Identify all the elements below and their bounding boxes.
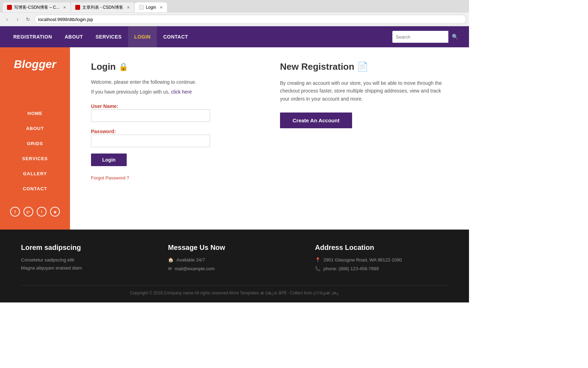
phone-icon: 📞 (315, 266, 321, 271)
footer-col2: Message Us Now 🏠 Available 24/7 ✉ mail@e… (168, 244, 301, 275)
footer-col2-item2: ✉ mail@example.com (168, 266, 301, 271)
registration-title: New Registration 📄 (280, 61, 448, 72)
footer-col3-item1: 📍 2901 Glassgow Road, WA 98122-1090 (315, 257, 448, 263)
tab-label-login: Login (146, 5, 156, 10)
sidebar-item-services[interactable]: SERVICES (0, 151, 70, 166)
footer: Lorem sadipscing Consetetur sadipscing e… (0, 230, 469, 302)
content-area: Login 🔒 Welcome, please enter the follow… (70, 47, 469, 230)
username-label: User Name: (91, 103, 118, 109)
forgot-password-link[interactable]: Forgot Password ? (91, 175, 259, 180)
nav-services[interactable]: SERVICES (89, 26, 128, 47)
sidebar-item-home[interactable]: HOME (0, 106, 70, 121)
nav-contact[interactable]: CONTACT (157, 26, 194, 47)
nav-about[interactable]: ABOUT (58, 26, 89, 47)
create-account-button[interactable]: Create An Account (280, 113, 352, 128)
tab-label-csdn1: 写博客-CSDN博客 – C... (14, 5, 59, 11)
click-here-link[interactable]: click here (171, 89, 192, 95)
footer-col3-item1-text: 2901 Glassgow Road, WA 98122-1090 (323, 257, 402, 263)
address-bar: ‹ › ↻ (0, 13, 469, 26)
footer-col1: Lorem sadipscing Consetetur sadipscing e… (21, 244, 154, 275)
tab-bar: 写博客-CSDN博客 – C... ✕ 文章列表 - CSDN博客 ✕ Logi… (0, 0, 469, 13)
sidebar-item-contact[interactable]: CONTACT (0, 181, 70, 196)
sidebar-item-gallery[interactable]: GALLERY (0, 166, 70, 181)
doc-icon: 📄 (357, 61, 368, 72)
sidebar-nav: HOME ABOUT GRIDS SERVICES GALLERY CONTAC… (0, 106, 70, 196)
copyright-text: Copyright © 2016.Company name All rights… (130, 291, 339, 295)
browser-chrome: 写博客-CSDN博客 – C... ✕ 文章列表 - CSDN博客 ✕ Logi… (0, 0, 469, 26)
sidebar: Blogger HOME ABOUT GRIDS SERVICES GALLER… (0, 47, 70, 230)
content-inner: Login 🔒 Welcome, please enter the follow… (91, 61, 448, 180)
footer-col3-title: Address Location (315, 244, 448, 252)
footer-col3-item2: 📞 phone: (888) 123-456-7899 (315, 266, 448, 271)
nav-registration[interactable]: REGISTRATION (7, 26, 58, 47)
sidebar-logo: Blogger (14, 54, 56, 74)
footer-col2-item1: 🏠 Available 24/7 (168, 257, 301, 263)
login-section: Login 🔒 Welcome, please enter the follow… (91, 61, 259, 180)
welcome-text: Welcome, please enter the following to c… (91, 79, 259, 85)
footer-col1-title: Lorem sadipscing (21, 244, 154, 252)
footer-col1-item1: Consetetur sadipscing elitr (21, 257, 154, 263)
tab-close-login[interactable]: ✕ (160, 5, 163, 10)
nav-login[interactable]: LOGIN (128, 26, 157, 47)
home-icon: 🏠 (168, 257, 174, 263)
tab-csdn1[interactable]: 写博客-CSDN博客 – C... ✕ (3, 2, 70, 12)
tab-favicon-csdn1 (7, 5, 12, 10)
password-input[interactable] (91, 135, 210, 147)
footer-col2-item2-text: mail@example.com (175, 266, 215, 271)
back-button[interactable]: ‹ (3, 15, 11, 23)
email-icon: ✉ (168, 266, 172, 271)
footer-bottom: Copyright © 2016.Company name All rights… (21, 285, 448, 295)
footer-col3-item2-text: phone: (888) 123-456-7899 (323, 266, 379, 271)
password-label: Password: (91, 129, 116, 134)
tab-label-csdn2: 文章列表 - CSDN博客 (82, 5, 123, 11)
search-box: 🔍 (392, 31, 462, 43)
tab-csdn2[interactable]: 文章列表 - CSDN博客 ✕ (71, 2, 134, 12)
social-icons: f g+ t ◉ (10, 207, 60, 217)
instagram-icon[interactable]: ◉ (50, 207, 60, 217)
search-input[interactable] (392, 33, 448, 41)
tab-login[interactable]: Login ✕ (135, 2, 167, 12)
forward-button[interactable]: › (13, 15, 22, 23)
twitter-icon[interactable]: t (37, 207, 47, 217)
tab-close-csdn1[interactable]: ✕ (63, 5, 66, 10)
tab-favicon-login (139, 5, 144, 10)
footer-col2-item1-text: Available 24/7 (176, 257, 205, 263)
lock-icon: 🔒 (119, 62, 128, 71)
click-here-text: If you have previously Login with us, cl… (91, 89, 259, 95)
registration-section: New Registration 📄 By creating an accoun… (280, 61, 448, 180)
username-input[interactable] (91, 109, 210, 122)
footer-grid: Lorem sadipscing Consetetur sadipscing e… (21, 244, 448, 275)
tab-close-csdn2[interactable]: ✕ (127, 5, 130, 10)
facebook-icon[interactable]: f (10, 207, 20, 217)
footer-col1-item2: Magna aliquyam eratsed diam (21, 265, 154, 271)
googleplus-icon[interactable]: g+ (23, 207, 33, 217)
login-button[interactable]: Login (91, 154, 127, 166)
registration-description: By creating an account with our store, y… (280, 79, 448, 103)
sidebar-item-about[interactable]: ABOUT (0, 121, 70, 136)
tab-favicon-csdn2 (75, 5, 80, 10)
address-input[interactable] (34, 15, 466, 24)
top-nav: REGISTRATION ABOUT SERVICES LOGIN CONTAC… (0, 26, 469, 47)
login-title: Login 🔒 (91, 61, 259, 72)
footer-col3: Address Location 📍 2901 Glassgow Road, W… (315, 244, 448, 275)
sidebar-item-grids[interactable]: GRIDS (0, 136, 70, 151)
reload-button[interactable]: ↻ (24, 15, 32, 23)
main-layout: Blogger HOME ABOUT GRIDS SERVICES GALLER… (0, 47, 469, 230)
footer-col2-title: Message Us Now (168, 244, 301, 252)
location-icon: 📍 (315, 257, 321, 263)
search-button[interactable]: 🔍 (448, 31, 462, 43)
